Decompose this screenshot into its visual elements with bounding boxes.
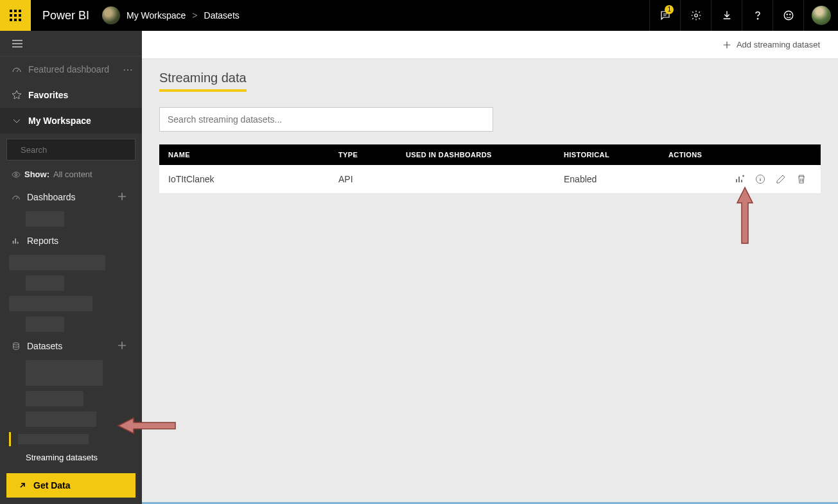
svg-point-5 [13, 150, 14, 150]
edit-icon[interactable] [776, 174, 786, 184]
sidebar-group-dashboards[interactable]: Dashboards [0, 186, 142, 209]
waffle-icon [10, 10, 21, 21]
sidebar: Featured dashboard ⋯ Favorites My Worksp… [0, 31, 142, 504]
hamburger-icon [12, 39, 23, 48]
question-icon [752, 10, 764, 21]
add-streaming-label: Add streaming dataset [737, 40, 820, 49]
svg-point-4 [789, 14, 790, 15]
gauge-icon [12, 64, 22, 74]
action-bar: Add streaming dataset [142, 31, 838, 59]
workspace-avatar [102, 6, 120, 24]
notification-badge: 1 [665, 5, 674, 14]
ellipsis-icon[interactable]: ⋯ [123, 64, 133, 76]
download-icon [721, 10, 733, 21]
cell-used [397, 165, 555, 194]
col-actions: ACTIONS [659, 144, 821, 165]
breadcrumb-separator: > [192, 10, 197, 21]
breadcrumb: My Workspace > Datasets [127, 10, 240, 21]
svg-point-7 [13, 343, 19, 345]
search-icon [13, 145, 14, 154]
svg-point-6 [15, 173, 17, 176]
add-streaming-dataset-button[interactable]: Add streaming dataset [722, 40, 820, 49]
search-streaming-box[interactable] [159, 107, 493, 132]
cell-historical: Enabled [555, 165, 659, 194]
row-actions [668, 174, 812, 184]
sidebar-search[interactable] [6, 139, 135, 161]
user-avatar [812, 6, 831, 25]
sidebar-toggle-button[interactable] [0, 31, 142, 56]
sidebar-selected-dataset[interactable] [9, 432, 133, 446]
col-historical[interactable]: HISTORICAL [555, 144, 659, 165]
sidebar-show-label: Show: [24, 169, 49, 179]
sidebar-featured-dashboard[interactable]: Featured dashboard ⋯ [0, 56, 142, 82]
sidebar-show-filter[interactable]: Show: All content [0, 163, 142, 186]
datasets-table: NAME TYPE USED IN DASHBOARDS HISTORICAL … [159, 144, 821, 194]
redacted-item [26, 391, 83, 406]
page-title: Streaming data [159, 71, 247, 92]
sidebar-reports-label: Reports [27, 236, 58, 246]
user-menu-button[interactable] [803, 0, 838, 31]
notifications-button[interactable]: 1 [649, 0, 680, 31]
get-data-button[interactable]: Get Data [6, 473, 135, 498]
sidebar-streaming-datasets[interactable]: Streaming datasets [0, 449, 142, 466]
get-data-label: Get Data [33, 480, 71, 491]
sidebar-dashboards-label: Dashboards [27, 192, 76, 202]
cell-type: API [329, 165, 397, 194]
bar-chart-icon [12, 236, 21, 245]
svg-point-0 [694, 14, 697, 17]
brand-label: Power BI [42, 9, 89, 22]
sidebar-favorites-label: Favorites [28, 90, 68, 100]
sidebar-group-datasets[interactable]: Datasets [0, 335, 142, 358]
database-icon [12, 342, 21, 351]
plus-icon [722, 40, 731, 49]
app-launcher-button[interactable] [0, 0, 31, 31]
redacted-item [26, 360, 103, 386]
sidebar-workspace-label: My Workspace [28, 116, 91, 126]
col-used[interactable]: USED IN DASHBOARDS [397, 144, 555, 165]
main-content: Streaming data NAME TYPE USED IN DASHBOA… [142, 59, 838, 504]
help-button[interactable] [742, 0, 773, 31]
sidebar-group-reports[interactable]: Reports [0, 229, 142, 252]
delete-icon[interactable] [796, 174, 807, 184]
table-row[interactable]: IoTItClanek API Enabled [159, 165, 821, 194]
download-button[interactable] [711, 0, 742, 31]
top-bar: Power BI My Workspace > Datasets 1 [0, 0, 838, 31]
redacted-item [9, 255, 105, 270]
svg-point-1 [756, 18, 758, 19]
sidebar-my-workspace[interactable]: My Workspace [0, 108, 142, 134]
redacted-item [26, 275, 64, 291]
breadcrumb-workspace[interactable]: My Workspace [127, 10, 186, 21]
sidebar-favorites[interactable]: Favorites [0, 82, 142, 108]
sidebar-datasets-label: Datasets [27, 341, 62, 351]
svg-point-2 [784, 11, 793, 20]
search-streaming-input[interactable] [168, 114, 485, 125]
chevron-down-icon [12, 116, 22, 126]
breadcrumb-current: Datasets [204, 10, 240, 21]
sidebar-show-value: All content [53, 169, 92, 179]
col-type[interactable]: TYPE [329, 144, 397, 165]
dashboard-icon [12, 193, 21, 202]
col-name[interactable]: NAME [159, 144, 329, 165]
star-icon [12, 90, 22, 100]
gear-icon [690, 10, 702, 21]
create-report-icon[interactable] [735, 174, 745, 184]
info-icon[interactable] [755, 174, 765, 184]
eye-icon [12, 170, 21, 179]
arrow-out-icon [18, 481, 27, 490]
smile-icon [783, 10, 794, 21]
cell-name: IoTItClanek [159, 165, 329, 194]
sidebar-search-input[interactable] [21, 145, 128, 155]
redacted-item [26, 211, 64, 227]
redacted-item [26, 412, 96, 427]
top-actions: 1 [649, 0, 838, 31]
redacted-item [9, 296, 92, 311]
add-dashboard-button[interactable] [118, 192, 133, 203]
sidebar-featured-label: Featured dashboard [28, 64, 109, 74]
svg-point-3 [786, 14, 787, 15]
feedback-button[interactable] [773, 0, 803, 31]
redacted-item [26, 317, 64, 332]
settings-button[interactable] [680, 0, 711, 31]
add-dataset-button[interactable] [118, 341, 133, 352]
